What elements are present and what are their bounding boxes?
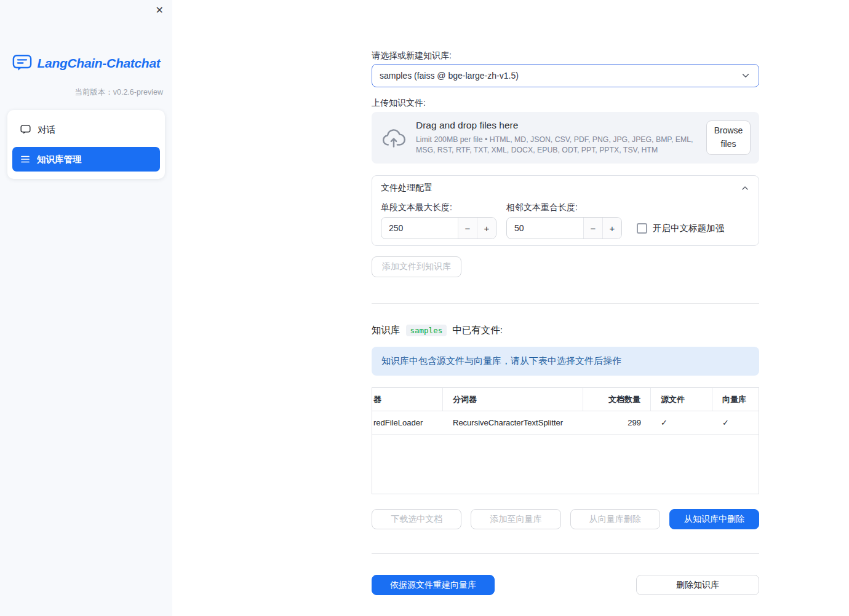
kb-files-suffix: 中已有文件: <box>452 324 503 337</box>
sidebar-menu: 对话 知识库管理 <box>7 110 165 179</box>
sidebar: ✕ LangChain-Chatchat 当前版本：v0.2.6-preview… <box>0 0 172 616</box>
chunk-size-label: 单段文本最大长度: <box>381 203 496 211</box>
overlap-value[interactable]: 50 <box>507 223 583 233</box>
chevron-up-icon <box>740 183 750 193</box>
browse-files-button[interactable]: Browse files <box>706 120 751 155</box>
overlap-input[interactable]: 50 − + <box>506 217 622 239</box>
sidebar-item-dialog[interactable]: 对话 <box>12 117 160 142</box>
spacer <box>504 575 627 595</box>
dropzone-text: Drag and drop files here Limit 200MB per… <box>416 120 696 156</box>
table-row[interactable]: redFileLoader RecursiveCharacterTextSpli… <box>372 411 759 435</box>
chunk-size-input[interactable]: 250 − + <box>381 217 496 239</box>
expander-body: 单段文本最大长度: 250 − + 相邻文本重合长度: 50 − + 开启中文标… <box>372 200 759 245</box>
cell-vector-store-check: ✓ <box>712 411 759 434</box>
main-content: 请选择或新建知识库: samples (faiss @ bge-large-zh… <box>372 0 759 595</box>
rebuild-vector-store-button[interactable]: 依据源文件重建向量库 <box>372 575 495 595</box>
expander-header[interactable]: 文件处理配置 <box>372 176 759 200</box>
info-message-text: 知识库中包含源文件与向量库，请从下表中选择文件后操作 <box>381 355 621 367</box>
divider <box>372 553 759 554</box>
delete-from-vector-store-button[interactable]: 从向量库删除 <box>570 509 660 529</box>
table-header-row: 器 分词器 文档数量 源文件 向量库 <box>372 388 759 411</box>
kb-stack-icon <box>20 154 30 164</box>
kb-select-value: samples (faiss @ bge-large-zh-v1.5) <box>380 71 519 81</box>
delete-kb-button[interactable]: 删除知识库 <box>636 575 759 595</box>
overlap-field: 相邻文本重合长度: 50 − + <box>506 203 622 239</box>
delete-from-kb-button[interactable]: 从知识库中删除 <box>669 509 759 529</box>
cell-splitter: RecursiveCharacterTextSplitter <box>443 411 583 434</box>
cell-doc-count: 299 <box>583 411 651 434</box>
menu-item-label: 知识库管理 <box>37 154 82 165</box>
download-selected-button[interactable]: 下载选中文档 <box>372 509 461 529</box>
upload-cloud-icon <box>381 127 406 148</box>
kb-select[interactable]: samples (faiss @ bge-large-zh-v1.5) <box>372 64 759 87</box>
table-header-source-file[interactable]: 源文件 <box>651 388 712 411</box>
upload-label: 上传知识文件: <box>372 98 759 107</box>
kb-actions-row: 依据源文件重建向量库 删除知识库 <box>372 575 759 595</box>
overlap-decrement-button[interactable]: − <box>583 218 602 239</box>
logo-text: LangChain-Chatchat <box>38 56 161 71</box>
dropzone-instructions: Drag and drop files here <box>416 120 696 131</box>
chevron-down-icon <box>740 70 751 81</box>
info-message: 知识库中包含源文件与向量库，请从下表中选择文件后操作 <box>372 347 759 376</box>
divider <box>372 303 759 304</box>
chunk-size-value[interactable]: 250 <box>381 223 458 233</box>
file-uploader-dropzone[interactable]: Drag and drop files here Limit 200MB per… <box>372 112 759 164</box>
app-logo: LangChain-Chatchat <box>0 54 172 72</box>
add-to-vector-store-button[interactable]: 添加至向量库 <box>471 509 560 529</box>
kb-files-heading: 知识库 samples 中已有文件: <box>372 323 759 337</box>
dropzone-limits: Limit 200MB per file • HTML, MD, JSON, C… <box>416 135 696 156</box>
menu-item-label: 对话 <box>38 124 55 136</box>
chunk-size-increment-button[interactable]: + <box>477 218 496 239</box>
table-header-splitter[interactable]: 分词器 <box>443 388 583 411</box>
file-actions-row: 下载选中文档 添加至向量库 从向量库删除 从知识库中删除 <box>372 509 759 529</box>
table-header-loader[interactable]: 器 <box>372 388 443 411</box>
checkbox-unchecked-icon <box>637 223 647 234</box>
logo-chat-bubble-icon <box>12 54 32 72</box>
zh-title-enhance-checkbox[interactable]: 开启中文标题加强 <box>637 217 724 239</box>
overlap-increment-button[interactable]: + <box>602 218 621 239</box>
add-files-to-kb-button[interactable]: 添加文件到知识库 <box>372 256 461 277</box>
close-sidebar-button[interactable]: ✕ <box>156 4 164 17</box>
version-text: 当前版本：v0.2.6-preview <box>0 87 172 98</box>
chat-icon <box>20 125 31 135</box>
overlap-label: 相邻文本重合长度: <box>506 203 622 211</box>
kb-files-prefix: 知识库 <box>372 324 401 337</box>
table-empty-area <box>372 435 759 494</box>
cell-loader: redFileLoader <box>372 411 443 434</box>
file-config-expander: 文件处理配置 单段文本最大长度: 250 − + 相邻文本重合长度: 50 − … <box>372 175 759 246</box>
table-header-doc-count[interactable]: 文档数量 <box>583 388 651 411</box>
kb-name-code: samples <box>406 325 447 336</box>
chunk-size-decrement-button[interactable]: − <box>458 218 477 239</box>
chunk-size-field: 单段文本最大长度: 250 − + <box>381 203 496 239</box>
kb-files-table[interactable]: 器 分词器 文档数量 源文件 向量库 redFileLoader Recursi… <box>372 387 759 494</box>
checkbox-label: 开启中文标题加强 <box>653 223 724 234</box>
version-label: 当前版本： <box>74 88 113 97</box>
expander-title: 文件处理配置 <box>381 183 432 194</box>
kb-select-label: 请选择或新建知识库: <box>372 51 759 60</box>
version-value: v0.2.6-preview <box>113 88 163 97</box>
table-header-vector-store[interactable]: 向量库 <box>712 388 759 411</box>
cell-source-file-check: ✓ <box>651 411 712 434</box>
sidebar-item-kb-management[interactable]: 知识库管理 <box>12 147 160 172</box>
